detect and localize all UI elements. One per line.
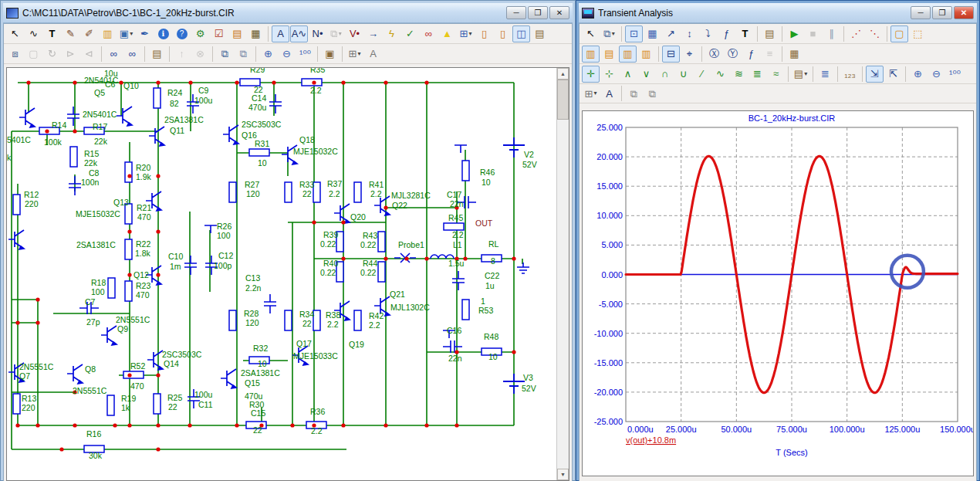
close-button[interactable]: ✕ xyxy=(954,6,974,19)
select-graph-region-icon[interactable]: ▢ xyxy=(890,25,908,42)
one-graph-icon[interactable]: ▥ xyxy=(582,46,600,63)
zoom-formula-icon[interactable]: ƒ xyxy=(742,46,760,63)
horizontal-cursor-icon[interactable]: ⊟ xyxy=(662,46,680,63)
notes-icon[interactable]: ▤ xyxy=(148,46,166,63)
slope-icon[interactable]: ∕ xyxy=(693,66,711,83)
bus-tool-icon[interactable]: ▥ xyxy=(99,25,117,42)
split-graphs-icon[interactable]: ▥ xyxy=(619,46,637,63)
zoom-100-icon[interactable]: ¹⁰⁰ xyxy=(946,66,964,83)
show-node-numbers-icon[interactable]: N• xyxy=(309,25,326,42)
cursor-mode-icon[interactable]: ✛ xyxy=(582,66,600,83)
low-icon[interactable]: ∪ xyxy=(674,66,692,83)
zoom-x-icon[interactable]: Ⓧ xyxy=(705,46,723,63)
grid-toggle-icon[interactable]: ⊞▾ xyxy=(457,25,475,42)
inflection-icon[interactable]: ∿ xyxy=(711,66,729,83)
copy-to-back-icon[interactable]: ⧉ xyxy=(235,46,252,63)
flip-horizontal-icon[interactable]: ⊲ xyxy=(80,46,98,63)
split-window-icon[interactable]: ◫ xyxy=(512,25,530,42)
show-pin-connections-icon[interactable]: ∞ xyxy=(420,25,438,42)
font-tool-icon[interactable]: A xyxy=(364,46,382,63)
find-component-icon[interactable]: ▣▾ xyxy=(117,25,135,42)
zoom-out-icon[interactable]: ⊖ xyxy=(278,46,296,63)
component-annotate-icon[interactable]: ✒ xyxy=(136,25,154,42)
find-icon[interactable]: ∞ xyxy=(105,46,123,63)
go-to-value-icon[interactable]: ₁₂₃ xyxy=(841,66,859,83)
zoom-in-icon[interactable]: ⊕ xyxy=(259,46,277,63)
next-data-point-icon[interactable]: ⊹ xyxy=(600,66,618,83)
close-button[interactable]: ✕ xyxy=(549,6,569,19)
cancel-step-icon[interactable]: ⊗ xyxy=(191,46,209,63)
copy-to-front-icon[interactable]: ⧉ xyxy=(216,46,234,63)
flag-pen-icon[interactable]: ✐ xyxy=(80,25,98,42)
auto-scale-x-icon[interactable]: ⇲ xyxy=(866,66,884,83)
stop-button-icon[interactable]: ■ xyxy=(804,25,822,42)
stacked-graphs-icon[interactable]: ▤ xyxy=(600,46,618,63)
edit-waveforms-icon[interactable]: ▦ xyxy=(786,46,803,63)
show-warnings-icon[interactable]: ▲ xyxy=(438,25,456,42)
cursor-crosshair-icon[interactable]: ⌖ xyxy=(681,46,698,63)
analysis-plot[interactable]: BC-1_20kHz-burst.CIR25.00020.00015.00010… xyxy=(583,111,974,457)
font-tool-icon[interactable]: A xyxy=(600,85,618,102)
minimize-button[interactable]: ─ xyxy=(506,6,526,19)
select-tool-icon[interactable]: ↖ xyxy=(582,25,600,42)
grid-options-icon[interactable]: ⊞▾ xyxy=(582,85,600,102)
analysis-properties-icon[interactable]: ▤ xyxy=(761,25,779,42)
zoom-out-icon[interactable]: ⊖ xyxy=(928,66,945,83)
wire-mode-icon[interactable]: ∿ xyxy=(25,25,42,42)
worksheet-tool-icon[interactable]: ▦ xyxy=(247,25,265,42)
analysis-titlebar[interactable]: Transient Analysis ─ ❐ ✕ xyxy=(579,3,977,23)
numeric-output-icon[interactable]: ≣ xyxy=(816,66,834,83)
high-icon[interactable]: ∩ xyxy=(656,66,674,83)
auto-scale-y-icon[interactable]: ⇱ xyxy=(884,66,902,83)
select-region-icon[interactable]: ⧈ xyxy=(6,46,24,63)
region-box-icon[interactable]: ▢ xyxy=(25,46,42,63)
schematic-titlebar[interactable]: C:\MC11\DATA\Petrov\BC-1\BC-1_20kHz-burs… xyxy=(3,3,573,23)
preferences-icon[interactable]: ▤ xyxy=(531,25,549,42)
text-tool-icon[interactable]: T xyxy=(736,25,754,42)
grid-options-icon[interactable]: ⊞▾ xyxy=(346,46,363,63)
show-conditions-icon[interactable]: ✓ xyxy=(401,25,419,42)
global-low-icon[interactable]: ≣ xyxy=(749,66,766,83)
show-node-voltages-icon[interactable]: V• xyxy=(346,25,363,42)
scale-y-icon[interactable]: ↕ xyxy=(681,25,698,42)
model-check-icon[interactable]: ☑ xyxy=(210,25,228,42)
page-image-icon[interactable]: ▣ xyxy=(321,46,339,63)
scroll-down-icon[interactable]: ▼ xyxy=(557,469,569,480)
zoom-in-icon[interactable]: ⊕ xyxy=(909,66,927,83)
formula-text-icon[interactable]: ƒ xyxy=(718,25,735,42)
graphics-pencil-icon[interactable]: ✎ xyxy=(62,25,79,42)
scale-mode-icon[interactable]: ⊡ xyxy=(625,25,643,42)
maximize-button[interactable]: ❐ xyxy=(932,6,952,19)
send-to-back-icon[interactable]: ⧉ xyxy=(644,85,661,102)
info-tool-icon[interactable]: ℹ xyxy=(154,25,172,42)
zoom-lines-icon[interactable]: ≡ xyxy=(761,46,779,63)
scale-x-icon[interactable]: ↗ xyxy=(662,25,680,42)
rotate-tool-icon[interactable]: ↻ xyxy=(43,46,61,63)
paste-net-icon[interactable]: ⧉▾ xyxy=(327,25,345,42)
envelope-icon[interactable]: ≈ xyxy=(767,66,785,83)
animate-tool-icon[interactable]: ⚙ xyxy=(191,25,209,42)
step-up-icon[interactable]: ↑ xyxy=(173,46,191,63)
show-wire-text-icon[interactable]: A∿ xyxy=(290,25,308,42)
help-mode-icon[interactable]: ? xyxy=(173,25,191,42)
schematic-canvas[interactable]: 2N5401CQ510uC6Q102N5401CR1722kR14100k540… xyxy=(7,68,561,463)
find-next-icon[interactable]: ∞ xyxy=(123,46,141,63)
show-attribute-text-icon[interactable]: A xyxy=(272,25,289,42)
select-tool-icon[interactable]: ↖ xyxy=(6,25,24,42)
zoom-y-icon[interactable]: Ⓨ xyxy=(724,46,742,63)
schematic-vscrollbar[interactable]: ▲ ▼ xyxy=(556,68,569,480)
scroll-thumb[interactable] xyxy=(557,80,569,120)
pause-button-icon[interactable]: ∥ xyxy=(823,25,840,42)
scale-both-icon[interactable]: ⤵ xyxy=(699,25,717,42)
bring-to-front-icon[interactable]: ⧉ xyxy=(625,85,643,102)
data-points-icon[interactable]: ⋰ xyxy=(847,25,865,42)
page-box-icon[interactable]: ▯ xyxy=(494,25,512,42)
new-page-icon[interactable]: ▯ xyxy=(475,25,493,42)
zoom-100-icon[interactable]: ¹⁰⁰ xyxy=(296,46,314,63)
valley-icon[interactable]: ∨ xyxy=(637,66,655,83)
show-power-icon[interactable]: ϟ xyxy=(383,25,400,42)
clipboard-waveform-icon[interactable]: ▤▾ xyxy=(792,66,809,83)
shape-tools-icon[interactable]: ⧉▾ xyxy=(600,25,618,42)
maximize-button[interactable]: ❐ xyxy=(528,6,548,19)
component-list-icon[interactable]: ▤ xyxy=(228,25,246,42)
